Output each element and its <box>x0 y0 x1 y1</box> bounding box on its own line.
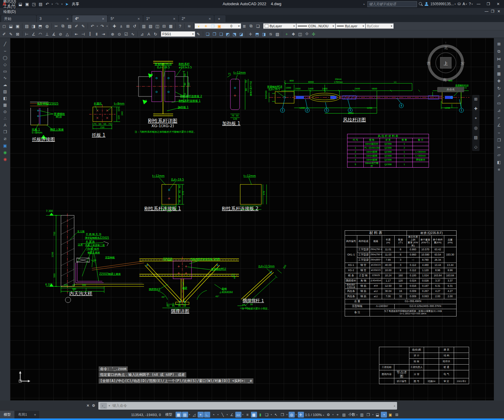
save-icon[interactable]: ▣ <box>24 1 30 7</box>
dim-edit-icon[interactable]: ⊣ <box>80 31 86 37</box>
block-5-icon[interactable]: ⬔ <box>231 31 238 37</box>
dim-style-combo[interactable]: FSG1▾ <box>161 31 195 37</box>
save-icon[interactable]: ▣ <box>14 23 21 29</box>
isolate-objects-icon[interactable]: ⬓ <box>374 412 381 418</box>
undo-list-icon[interactable]: ▾ <box>96 23 99 29</box>
dim-update-icon[interactable]: ⇥ <box>100 31 107 37</box>
snap-list-icon[interactable]: ▾ <box>188 412 191 418</box>
nav-fullscreen-icon[interactable]: ⊞ <box>474 97 478 101</box>
table-icon[interactable]: ▦ <box>3 103 7 107</box>
command-input[interactable] <box>112 403 392 408</box>
zoom-window-icon[interactable]: ⊞ <box>125 23 131 29</box>
copy-icon[interactable]: ⧉ <box>60 23 66 29</box>
command-dropdown-icon[interactable]: ▾ <box>109 404 110 407</box>
workspace-list-icon[interactable]: ▾ <box>332 412 334 418</box>
autodesk-a-icon[interactable]: A ▾ <box>463 2 467 6</box>
block-3-icon[interactable]: ❑ <box>218 31 224 37</box>
menu-工具(T)[interactable]: 工具(T) <box>0 4 20 9</box>
dim-linear-icon[interactable]: ⊢ <box>24 31 30 37</box>
doc-close-button[interactable]: ✕ <box>496 9 502 14</box>
annotation-scale[interactable]: 1:1 / 100% ▾ <box>304 413 325 417</box>
text-angle-icon[interactable]: ⊿ <box>139 31 145 37</box>
isodraft-list-icon[interactable]: ▾ <box>226 412 229 418</box>
layer-color-icon[interactable]: □ <box>223 23 229 29</box>
publish-icon[interactable]: ⬒ <box>37 23 44 29</box>
nav-zoom-icon[interactable]: ⌖ <box>475 116 477 121</box>
annotation-scale-add-icon[interactable]: ＋ <box>335 412 341 418</box>
stretch-icon[interactable]: ▭ <box>497 101 501 105</box>
dim-diameter-icon[interactable]: ⊘ <box>57 31 64 37</box>
cut-icon[interactable]: ✂ <box>53 23 59 29</box>
layer-lock-icon[interactable]: ▣ <box>216 23 222 29</box>
nav-showmotion-icon[interactable]: ◇ <box>474 145 477 149</box>
search-expand-icon[interactable]: ▸ <box>363 1 366 7</box>
line-icon[interactable]: ╱ <box>4 42 6 46</box>
face-1-icon[interactable]: ⬒ <box>254 31 260 37</box>
dim-style-icon[interactable]: Ⅱ <box>93 31 100 37</box>
paste-icon[interactable]: ▨ <box>66 23 73 29</box>
undo-list-icon[interactable]: ▾ <box>51 1 53 7</box>
copy-icon[interactable]: ⧉ <box>498 49 500 54</box>
sketch-icon[interactable]: ✐ <box>1 31 7 37</box>
selection-filter-icon[interactable]: ❐ <box>279 412 286 418</box>
dim-arc-icon[interactable]: ◠ <box>37 31 44 37</box>
plus-tool-icon[interactable]: ＋ <box>283 31 290 37</box>
center-mark-icon[interactable]: ⊕ <box>109 31 116 37</box>
block-insert-icon[interactable]: ❒ <box>3 130 7 134</box>
plot-icon[interactable]: ▤ <box>24 23 30 29</box>
search-icon[interactable] <box>419 2 423 6</box>
osnap-tool-icon[interactable]: ✛ <box>247 31 254 37</box>
polar-list-icon[interactable]: ▾ <box>217 412 219 418</box>
ortho-icon[interactable]: ∟ <box>204 412 210 418</box>
rotate-icon[interactable]: ↻ <box>497 86 501 91</box>
array-icon[interactable]: ▦ <box>497 71 501 76</box>
tolerance-icon[interactable]: ⊙ <box>116 31 123 37</box>
match-properties-icon[interactable]: ✐ <box>73 23 80 29</box>
mtext-icon[interactable]: A <box>4 123 6 127</box>
new-icon[interactable]: ◻ <box>1 23 7 29</box>
tab-close-icon[interactable]: ✕ <box>102 17 104 21</box>
calculator-icon[interactable]: ▦ <box>168 23 174 29</box>
tab-close-icon[interactable]: ✕ <box>173 17 176 21</box>
mirror-icon[interactable]: ⋈ <box>497 57 501 61</box>
arc-icon[interactable]: ⌣ <box>4 48 6 53</box>
graphics-performance-icon[interactable]: ◔ <box>381 412 387 418</box>
lock-ui-icon[interactable]: ❐ <box>365 412 371 418</box>
scale-icon[interactable]: ⇗ <box>497 93 501 98</box>
drawing-canvas[interactable] <box>10 38 494 400</box>
etransmit-icon[interactable]: ◍ <box>44 23 50 29</box>
gradient-icon[interactable]: ◧ <box>3 96 7 100</box>
offset-icon[interactable]: ≣ <box>497 64 501 69</box>
dynamic-input-icon[interactable]: ◿ <box>191 412 197 418</box>
view-tool-icon[interactable]: ⟐ <box>304 31 310 37</box>
redo-list-icon[interactable]: ▾ <box>61 1 63 7</box>
erase-icon[interactable]: ⊠ <box>497 42 501 46</box>
join-icon[interactable]: ◧ <box>497 160 501 165</box>
lineweight-display-icon[interactable]: ≡ <box>244 412 251 418</box>
edit-icon[interactable]: ✎ <box>80 23 86 29</box>
face-2-icon[interactable]: ◨ <box>261 31 267 37</box>
file-tab-5*[interactable]: 5*✕ <box>108 15 143 22</box>
model-space-button[interactable]: 模型 <box>165 412 172 417</box>
selection-cycling-icon[interactable]: ▮ <box>257 412 263 418</box>
file-tab-2*[interactable]: 2*✕ <box>179 15 214 22</box>
tab-close-icon[interactable]: ✕ <box>66 17 69 21</box>
block-1-icon[interactable]: ❏ <box>204 31 211 37</box>
undo-icon[interactable]: ↶ <box>44 1 50 7</box>
block-4-icon[interactable]: ◩ <box>225 31 231 37</box>
tab-close-icon[interactable]: ✕ <box>209 17 211 21</box>
pan-icon[interactable]: ✚ <box>111 23 118 29</box>
align-icon[interactable]: ▱ <box>498 153 501 157</box>
units-selector[interactable]: 小数 ▾ <box>347 412 359 417</box>
menu-格式(O)[interactable]: 格式(O) <box>0 0 20 4</box>
app-store-cart-icon[interactable]: ⛁ <box>458 2 461 6</box>
snap-mode-icon[interactable]: ▤ <box>182 412 188 418</box>
dim-first-icon[interactable]: ⇤ <box>73 31 80 37</box>
grid-icon[interactable]: ▦ <box>176 412 182 418</box>
annotation-list-icon[interactable]: ▤ <box>341 412 347 418</box>
sheet-set-icon[interactable]: ⊟ <box>161 23 167 29</box>
layer-vp-icon[interactable]: ❒ <box>210 23 216 29</box>
share-button[interactable]: 共享 <box>72 2 79 7</box>
properties-icon[interactable]: ▥ <box>141 23 147 29</box>
layer-prev-icon[interactable]: ⧉ <box>248 23 254 29</box>
